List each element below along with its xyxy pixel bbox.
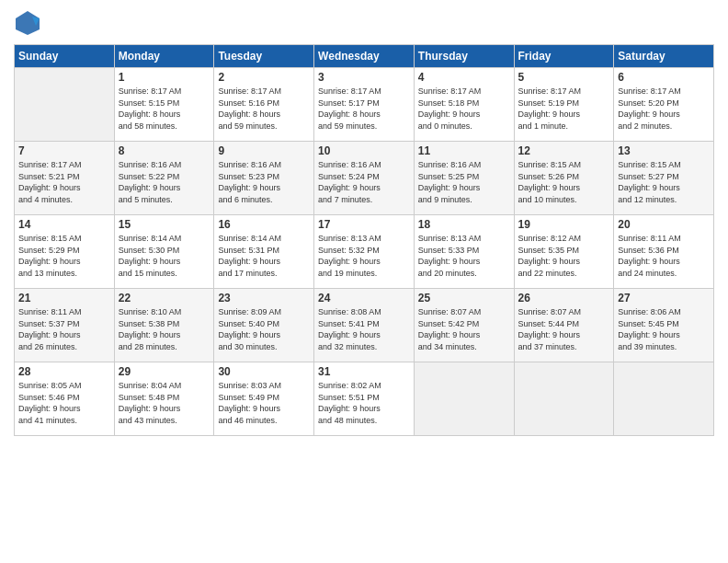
day-number: 7 [18, 144, 110, 157]
col-header-saturday: Saturday [614, 45, 714, 68]
day-info: Sunrise: 8:08 AM Sunset: 5:41 PM Dayligh… [318, 306, 410, 352]
calendar-cell: 2Sunrise: 8:17 AM Sunset: 5:16 PM Daylig… [214, 68, 314, 142]
calendar-cell: 10Sunrise: 8:16 AM Sunset: 5:24 PM Dayli… [314, 142, 415, 215]
calendar-cell: 21Sunrise: 8:11 AM Sunset: 5:37 PM Dayli… [15, 289, 115, 362]
day-info: Sunrise: 8:03 AM Sunset: 5:49 PM Dayligh… [218, 380, 310, 426]
day-info: Sunrise: 8:04 AM Sunset: 5:48 PM Dayligh… [119, 380, 210, 426]
calendar-cell: 8Sunrise: 8:16 AM Sunset: 5:22 PM Daylig… [114, 142, 214, 215]
calendar-cell [15, 68, 115, 142]
calendar-cell: 15Sunrise: 8:14 AM Sunset: 5:30 PM Dayli… [114, 215, 214, 289]
calendar-table: SundayMondayTuesdayWednesdayThursdayFrid… [14, 44, 714, 436]
calendar-cell: 3Sunrise: 8:17 AM Sunset: 5:17 PM Daylig… [314, 68, 415, 142]
calendar-week-row: 7Sunrise: 8:17 AM Sunset: 5:21 PM Daylig… [15, 142, 714, 215]
day-info: Sunrise: 8:06 AM Sunset: 5:45 PM Dayligh… [618, 306, 710, 352]
day-info: Sunrise: 8:16 AM Sunset: 5:24 PM Dayligh… [318, 159, 410, 205]
day-info: Sunrise: 8:13 AM Sunset: 5:33 PM Dayligh… [418, 233, 510, 279]
day-number: 9 [218, 144, 310, 157]
calendar-cell: 1Sunrise: 8:17 AM Sunset: 5:15 PM Daylig… [114, 68, 214, 142]
day-info: Sunrise: 8:07 AM Sunset: 5:42 PM Dayligh… [418, 306, 510, 352]
calendar-cell: 26Sunrise: 8:07 AM Sunset: 5:44 PM Dayli… [514, 289, 614, 362]
day-number: 24 [318, 292, 410, 304]
calendar-cell: 14Sunrise: 8:15 AM Sunset: 5:29 PM Dayli… [15, 215, 115, 289]
calendar-week-row: 1Sunrise: 8:17 AM Sunset: 5:15 PM Daylig… [15, 68, 714, 142]
day-number: 27 [618, 292, 710, 304]
day-info: Sunrise: 8:05 AM Sunset: 5:46 PM Dayligh… [18, 380, 110, 426]
day-number: 10 [318, 144, 410, 157]
day-number: 19 [518, 218, 610, 231]
calendar-cell: 9Sunrise: 8:16 AM Sunset: 5:23 PM Daylig… [214, 142, 314, 215]
calendar-cell: 22Sunrise: 8:10 AM Sunset: 5:38 PM Dayli… [114, 289, 214, 362]
calendar-cell: 24Sunrise: 8:08 AM Sunset: 5:41 PM Dayli… [314, 289, 415, 362]
calendar-cell: 6Sunrise: 8:17 AM Sunset: 5:20 PM Daylig… [614, 68, 714, 142]
calendar-cell: 7Sunrise: 8:17 AM Sunset: 5:21 PM Daylig… [15, 142, 115, 215]
day-number: 16 [218, 218, 310, 231]
day-number: 12 [518, 144, 610, 157]
calendar-cell: 19Sunrise: 8:12 AM Sunset: 5:35 PM Dayli… [514, 215, 614, 289]
calendar-cell: 5Sunrise: 8:17 AM Sunset: 5:19 PM Daylig… [514, 68, 614, 142]
col-header-thursday: Thursday [414, 45, 514, 68]
day-info: Sunrise: 8:16 AM Sunset: 5:25 PM Dayligh… [418, 159, 510, 205]
calendar-cell: 17Sunrise: 8:13 AM Sunset: 5:32 PM Dayli… [314, 215, 415, 289]
day-info: Sunrise: 8:17 AM Sunset: 5:20 PM Dayligh… [618, 86, 710, 132]
logo [14, 9, 45, 37]
calendar-cell: 4Sunrise: 8:17 AM Sunset: 5:18 PM Daylig… [414, 68, 514, 142]
day-number: 22 [119, 292, 210, 304]
page: SundayMondayTuesdayWednesdayThursdayFrid… [0, 0, 728, 563]
calendar-cell [614, 362, 714, 436]
day-number: 2 [218, 71, 310, 84]
day-info: Sunrise: 8:17 AM Sunset: 5:19 PM Dayligh… [518, 86, 610, 132]
calendar-cell: 29Sunrise: 8:04 AM Sunset: 5:48 PM Dayli… [114, 362, 214, 436]
calendar-cell: 11Sunrise: 8:16 AM Sunset: 5:25 PM Dayli… [414, 142, 514, 215]
calendar-week-row: 14Sunrise: 8:15 AM Sunset: 5:29 PM Dayli… [15, 215, 714, 289]
calendar-header-row: SundayMondayTuesdayWednesdayThursdayFrid… [15, 45, 714, 68]
col-header-tuesday: Tuesday [214, 45, 314, 68]
calendar-cell: 16Sunrise: 8:14 AM Sunset: 5:31 PM Dayli… [214, 215, 314, 289]
day-number: 15 [119, 218, 210, 231]
day-number: 1 [119, 71, 210, 84]
calendar-cell: 18Sunrise: 8:13 AM Sunset: 5:33 PM Dayli… [414, 215, 514, 289]
day-number: 30 [218, 365, 310, 378]
day-info: Sunrise: 8:15 AM Sunset: 5:29 PM Dayligh… [18, 233, 110, 279]
day-info: Sunrise: 8:15 AM Sunset: 5:27 PM Dayligh… [618, 159, 710, 205]
day-info: Sunrise: 8:16 AM Sunset: 5:23 PM Dayligh… [218, 159, 310, 205]
day-info: Sunrise: 8:17 AM Sunset: 5:21 PM Dayligh… [18, 159, 110, 205]
calendar-cell: 30Sunrise: 8:03 AM Sunset: 5:49 PM Dayli… [214, 362, 314, 436]
day-info: Sunrise: 8:07 AM Sunset: 5:44 PM Dayligh… [518, 306, 610, 352]
day-info: Sunrise: 8:14 AM Sunset: 5:30 PM Dayligh… [119, 233, 210, 279]
day-info: Sunrise: 8:17 AM Sunset: 5:17 PM Dayligh… [318, 86, 410, 132]
logo-icon [14, 9, 41, 37]
day-info: Sunrise: 8:12 AM Sunset: 5:35 PM Dayligh… [518, 233, 610, 279]
col-header-friday: Friday [514, 45, 614, 68]
col-header-wednesday: Wednesday [314, 45, 415, 68]
calendar-week-row: 21Sunrise: 8:11 AM Sunset: 5:37 PM Dayli… [15, 289, 714, 362]
day-info: Sunrise: 8:14 AM Sunset: 5:31 PM Dayligh… [218, 233, 310, 279]
day-number: 26 [518, 292, 610, 304]
day-info: Sunrise: 8:15 AM Sunset: 5:26 PM Dayligh… [518, 159, 610, 205]
calendar-cell [414, 362, 514, 436]
col-header-monday: Monday [114, 45, 214, 68]
calendar-cell [514, 362, 614, 436]
day-info: Sunrise: 8:11 AM Sunset: 5:37 PM Dayligh… [18, 306, 110, 352]
day-number: 5 [518, 71, 610, 84]
day-info: Sunrise: 8:11 AM Sunset: 5:36 PM Dayligh… [618, 233, 710, 279]
calendar-cell: 20Sunrise: 8:11 AM Sunset: 5:36 PM Dayli… [614, 215, 714, 289]
day-number: 6 [618, 71, 710, 84]
calendar-cell: 13Sunrise: 8:15 AM Sunset: 5:27 PM Dayli… [614, 142, 714, 215]
day-info: Sunrise: 8:13 AM Sunset: 5:32 PM Dayligh… [318, 233, 410, 279]
day-info: Sunrise: 8:17 AM Sunset: 5:18 PM Dayligh… [418, 86, 510, 132]
day-number: 31 [318, 365, 410, 378]
day-info: Sunrise: 8:09 AM Sunset: 5:40 PM Dayligh… [218, 306, 310, 352]
col-header-sunday: Sunday [15, 45, 115, 68]
calendar-cell: 28Sunrise: 8:05 AM Sunset: 5:46 PM Dayli… [15, 362, 115, 436]
day-number: 14 [18, 218, 110, 231]
calendar-cell: 31Sunrise: 8:02 AM Sunset: 5:51 PM Dayli… [314, 362, 415, 436]
day-number: 28 [18, 365, 110, 378]
day-info: Sunrise: 8:17 AM Sunset: 5:16 PM Dayligh… [218, 86, 310, 132]
day-number: 21 [18, 292, 110, 304]
day-number: 3 [318, 71, 410, 84]
day-info: Sunrise: 8:17 AM Sunset: 5:15 PM Dayligh… [119, 86, 210, 132]
day-number: 25 [418, 292, 510, 304]
day-number: 18 [418, 218, 510, 231]
calendar-cell: 23Sunrise: 8:09 AM Sunset: 5:40 PM Dayli… [214, 289, 314, 362]
day-number: 11 [418, 144, 510, 157]
